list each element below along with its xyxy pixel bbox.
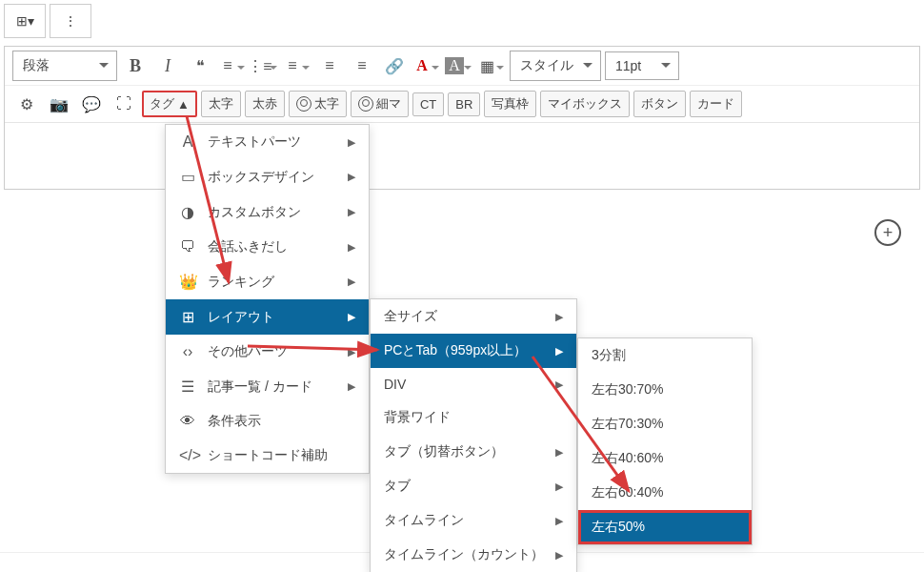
menu-item[interactable]: 👁条件表示 (166, 404, 369, 439)
menu-item-icon: ⊞ (179, 308, 196, 326)
menu-item[interactable]: タイムライン▶ (371, 503, 576, 538)
menu-item[interactable]: DIV▶ (371, 368, 576, 400)
menu-item[interactable]: 左右30:70% (578, 373, 752, 407)
chevron-right-icon: ▶ (348, 311, 355, 323)
style-select[interactable]: スタイル (510, 51, 601, 81)
toolbar-row-2: ⚙ 📷 💬 ⛶ タグ ▲ 太字 太赤 太字 細マ CT BR 写真枠 マイボック… (5, 86, 919, 122)
comment-button[interactable]: 💬 (77, 90, 106, 118)
menu-item[interactable]: ◑カスタムボタン▶ (166, 194, 369, 230)
mybox-button[interactable]: マイボックス (540, 91, 630, 117)
chevron-right-icon: ▶ (555, 446, 563, 459)
red-bold-button[interactable]: 太赤 (245, 91, 285, 117)
italic-button[interactable]: I (153, 51, 182, 80)
link-button[interactable]: 🔗 (380, 51, 409, 80)
menu-item-icon: ☰ (179, 378, 196, 396)
menu-item-label: 左右50% (592, 519, 645, 536)
tri-up-icon: ▲ (177, 97, 190, 112)
align-right-button[interactable]: ≡ (348, 51, 376, 80)
fontsize-select[interactable]: 11pt (605, 51, 679, 80)
paragraph-select[interactable]: 段落 (12, 51, 117, 81)
gear-icon: ⚙ (20, 95, 33, 113)
kebab-menu-button[interactable]: ⋮ (50, 4, 91, 38)
menu-item-label: 左右30:70% (592, 381, 663, 398)
menu-item[interactable]: タブ▶ (371, 469, 576, 503)
gear-button[interactable]: ⚙ (12, 90, 41, 118)
add-block-button[interactable]: + (874, 219, 901, 246)
menu-item[interactable]: ▭ボックスデザイン▶ (166, 159, 369, 194)
menu-item-label: ボックスデザイン (208, 169, 314, 186)
bold-text-button[interactable]: 太字 (201, 91, 241, 117)
kebab-icon: ⋮ (64, 13, 77, 29)
menu-item-label: レイアウト (208, 309, 274, 326)
menu-item-icon: 🗨 (179, 238, 196, 255)
quote-button[interactable]: ❝ (186, 51, 214, 80)
br-button[interactable]: BR (448, 92, 480, 116)
menu-item-label: 背景ワイド (384, 409, 451, 426)
expand-icon: ⛶ (116, 95, 131, 112)
text-color-button[interactable]: A (412, 51, 441, 80)
menu-item-label: 左右60:40% (592, 484, 663, 501)
chevron-right-icon: ▶ (348, 206, 355, 218)
pc-tab-submenu: 3分割左右30:70%左右70:30%左右40:60%左右60:40%左右50% (577, 337, 753, 545)
avatar-marker-button[interactable]: 細マ (351, 91, 409, 117)
avatar-icon (296, 96, 311, 112)
menu-item[interactable]: 左右60:40% (578, 476, 752, 510)
table-button[interactable]: ▦ (477, 51, 506, 80)
editor-content[interactable] (5, 122, 919, 189)
chevron-right-icon: ▶ (555, 311, 563, 323)
bullet-list-button[interactable]: ≡ (218, 51, 247, 80)
menu-item-label: タブ（切替ボタン） (384, 443, 504, 460)
top-bar: ⊞▾ ⋮ (0, 0, 924, 42)
menu-item-label: 会話ふきだし (208, 238, 288, 255)
menu-item[interactable]: 左右40:60% (578, 441, 752, 476)
avatar-bold-button[interactable]: 太字 (289, 91, 347, 117)
grid-view-button[interactable]: ⊞▾ (4, 4, 46, 38)
link-icon: 🔗 (385, 57, 404, 75)
expand-button[interactable]: ⛶ (110, 90, 138, 118)
menu-item-icon: 👁 (179, 413, 196, 430)
menu-item-label: 左右70:30% (592, 416, 663, 433)
menu-item[interactable]: タイムライン（カウント）▶ (371, 538, 576, 572)
align-c-icon: ≡ (325, 57, 333, 74)
bg-color-icon: A (445, 57, 464, 74)
menu-item-icon: A (179, 133, 196, 151)
menu-item[interactable]: PCとTab（959px以上）▶ (371, 334, 576, 368)
menu-item[interactable]: </>ショートコード補助 (166, 439, 369, 473)
speech-icon: 💬 (82, 95, 101, 113)
menu-item[interactable]: ☰記事一覧 / カード▶ (166, 369, 369, 404)
bold-button[interactable]: B (121, 51, 150, 80)
menu-item[interactable]: ‹›その他パーツ▶ (166, 335, 369, 369)
button-insert-button[interactable]: ボタン (633, 91, 686, 117)
align-left-button[interactable]: ≡ (283, 51, 311, 80)
menu-item-label: 条件表示 (208, 413, 261, 430)
menu-item-icon: ▭ (179, 168, 196, 186)
num-list-button[interactable]: ⋮≡ (251, 51, 279, 80)
chevron-right-icon: ▶ (348, 136, 355, 149)
menu-item[interactable]: タブ（切替ボタン）▶ (371, 435, 576, 469)
menu-item[interactable]: 3分割 (578, 338, 752, 373)
card-button[interactable]: カード (690, 91, 742, 117)
menu-item[interactable]: Aテキストパーツ▶ (166, 125, 369, 159)
camera-icon: 📷 (50, 95, 69, 113)
menu-item[interactable]: 背景ワイド (371, 400, 576, 435)
menu-item-label: タイムライン（カウント） (384, 546, 544, 563)
menu-item[interactable]: ⊞レイアウト▶ (166, 299, 369, 335)
photoframe-button[interactable]: 写真枠 (484, 91, 536, 117)
menu-item-label: 3分割 (592, 347, 626, 364)
list-icon: ≡ (223, 57, 231, 74)
menu-item[interactable]: 左右70:30% (578, 407, 752, 441)
tag-dropdown-button[interactable]: タグ ▲ (142, 91, 197, 117)
menu-item-label: タブ (384, 478, 411, 495)
menu-item[interactable]: 左右50% (578, 510, 752, 544)
ct-button[interactable]: CT (412, 92, 444, 116)
menu-item[interactable]: 🗨会話ふきだし▶ (166, 230, 369, 264)
menu-item[interactable]: 全サイズ▶ (371, 299, 576, 334)
media-button[interactable]: 📷 (45, 90, 73, 118)
bg-color-button[interactable]: A (445, 51, 473, 80)
menu-item[interactable]: 👑ランキング▶ (166, 264, 369, 299)
chevron-right-icon: ▶ (555, 515, 563, 527)
menu-item-icon: 👑 (179, 273, 196, 291)
menu-item-icon: </> (179, 447, 196, 464)
align-center-button[interactable]: ≡ (315, 51, 344, 80)
menu-item-label: DIV (384, 377, 406, 392)
